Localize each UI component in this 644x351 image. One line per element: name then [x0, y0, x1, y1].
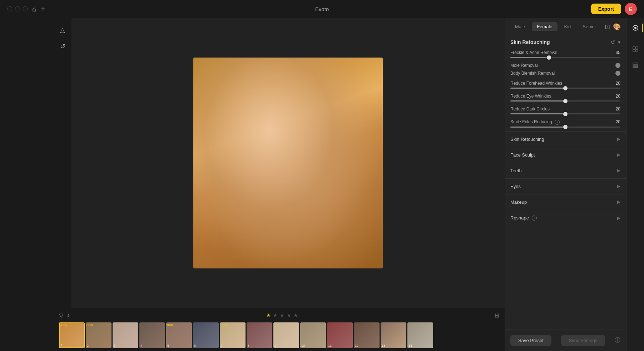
history-icon: ↺ — [60, 43, 65, 50]
add-button[interactable]: + — [41, 4, 45, 14]
tab-senior[interactable]: Senior — [578, 22, 601, 31]
forehead-wrinkles-label: Reduce Forehead Wrinkles — [510, 81, 562, 86]
thumbnail-4[interactable]: 4 — [139, 322, 165, 348]
reshape-section[interactable]: Reshape i ▶ — [505, 210, 626, 226]
tab-female[interactable]: Female — [532, 22, 557, 31]
smile-folds-info[interactable]: i — [555, 120, 560, 125]
eye-wrinkles-label-row: Reduce Eye Wrinkles 20 — [510, 94, 620, 99]
freckle-acne-track[interactable] — [510, 57, 620, 58]
avatar[interactable]: E — [625, 3, 637, 15]
thumbnail-3[interactable]: 3 — [113, 322, 138, 348]
star-1[interactable]: ★ — [266, 312, 271, 318]
filmstrip-thumbs: RAW 1 RAW 2 3 4 RAW 5 6 RAW 7 — [54, 322, 505, 348]
body-blemish-row: Body Blemish Removal — [505, 69, 626, 77]
forehead-wrinkles-track[interactable] — [510, 88, 620, 89]
thumb-raw-5: RAW — [167, 323, 174, 326]
reshape-header: Reshape i ▶ — [505, 210, 626, 226]
dark-circles-slider-row: Reduce Dark Circles 20 — [505, 105, 626, 118]
section-controls: ↺ ▾ — [611, 39, 620, 45]
smile-folds-track[interactable] — [510, 127, 620, 128]
filmstrip: ▽ ↕ ★ ★ ★ ★ ★ ⊞ RAW 1 RAW 2 3 4 — [54, 308, 505, 351]
bottom-info-icon[interactable]: ⓘ — [615, 337, 620, 344]
refresh-icon[interactable]: ↺ — [611, 39, 615, 45]
svg-point-1 — [634, 27, 636, 29]
layers-panel-icon[interactable] — [629, 59, 642, 71]
makeup-section[interactable]: Makeup ▶ — [505, 194, 626, 210]
thumb-num-12: 12 — [355, 344, 358, 347]
thumbnail-7[interactable]: RAW 7 — [220, 322, 246, 348]
gender-tabs-right: ⊡ 🎨 — [605, 23, 621, 31]
star-3[interactable]: ★ — [280, 312, 284, 318]
thumb-image-8 — [247, 322, 272, 348]
mole-removal-toggle[interactable] — [615, 63, 620, 68]
forehead-label-row: Reduce Forehead Wrinkles 20 — [510, 81, 620, 86]
tab-male[interactable]: Male — [510, 22, 530, 31]
eyes-section[interactable]: Eyes ▶ — [505, 178, 626, 194]
dark-circles-track[interactable] — [510, 113, 620, 114]
sync-settings-button[interactable]: Sync Settings — [561, 335, 605, 346]
export-button[interactable]: Export — [591, 4, 621, 14]
star-2[interactable]: ★ — [273, 312, 278, 318]
sort-icon[interactable]: ↕ — [67, 312, 70, 318]
filter-icon[interactable]: ▽ — [59, 312, 63, 319]
freckle-acne-value: 35 — [616, 50, 620, 55]
face-sculpt-section[interactable]: Face Sculpt ▶ — [505, 147, 626, 163]
thumbnail-14[interactable]: 14 — [407, 322, 433, 348]
teeth-label: Teeth — [510, 168, 522, 173]
thumbnail-1[interactable]: RAW 1 — [59, 322, 85, 348]
star-4[interactable]: ★ — [287, 312, 291, 318]
makeup-chevron: ▶ — [617, 199, 620, 204]
star-5[interactable]: ★ — [293, 312, 298, 318]
thumbnail-12[interactable]: 12 — [354, 322, 380, 348]
skin-tool-icon[interactable] — [629, 21, 642, 34]
smile-folds-slider-row: Smile Folds Reducing i 20 — [505, 118, 626, 131]
thumb-num-6: 6 — [194, 344, 196, 347]
grid-panel-icon[interactable] — [629, 43, 642, 56]
reshape-info-icon[interactable]: i — [532, 216, 537, 221]
thumbnail-6[interactable]: 6 — [193, 322, 219, 348]
thumb-num-11: 11 — [328, 344, 332, 347]
thumb-num-10: 10 — [301, 344, 305, 347]
skin-retouching-chevron: ▶ — [617, 137, 620, 142]
body-blemish-toggle[interactable] — [615, 71, 620, 76]
thumbnail-11[interactable]: 11 — [327, 322, 353, 348]
eyes-header: Eyes ▶ — [505, 179, 626, 194]
thumbnail-13[interactable]: 13 — [381, 322, 406, 348]
mole-removal-row: Mole Removal — [505, 61, 626, 69]
smile-folds-fill — [510, 127, 565, 128]
thumb-image-4 — [139, 322, 165, 348]
svg-rect-2 — [633, 47, 635, 49]
face-sculpt-header: Face Sculpt ▶ — [505, 147, 626, 163]
thumb-num-13: 13 — [382, 344, 385, 347]
eyes-chevron: ▶ — [617, 184, 620, 189]
history-tool[interactable]: ↺ — [56, 40, 69, 53]
expand-panel-icon[interactable]: ⊡ — [605, 23, 610, 31]
thumb-raw-2: RAW — [86, 323, 93, 326]
gender-tabs-left: Male Female Kid Senior — [510, 22, 601, 31]
skin-retouching-section[interactable]: Skin Retouching ▶ — [505, 131, 626, 147]
histogram-tool[interactable]: △ — [56, 23, 69, 37]
teeth-header: Teeth ▶ — [505, 163, 626, 178]
thumbnail-2[interactable]: RAW 2 — [86, 322, 112, 348]
maximize-button[interactable] — [23, 6, 28, 11]
thumbnail-9[interactable]: 9 — [273, 322, 299, 348]
reshape-chevron: ▶ — [617, 216, 620, 221]
save-preset-button[interactable]: Save Preset — [510, 335, 551, 346]
thumbnail-5[interactable]: RAW 5 — [166, 322, 192, 348]
minimize-button[interactable] — [15, 6, 20, 11]
eye-wrinkles-track[interactable] — [510, 100, 620, 102]
chevron-down-icon[interactable]: ▾ — [618, 39, 620, 45]
thumbnail-8[interactable]: 8 — [247, 322, 272, 348]
dark-circles-thumb — [563, 112, 568, 116]
teeth-section[interactable]: Teeth ▶ — [505, 163, 626, 178]
skin-retouching-header: Skin Retouching ↺ ▾ — [505, 34, 626, 49]
close-button[interactable] — [7, 6, 12, 11]
photo-content — [193, 58, 383, 268]
svg-rect-6 — [633, 63, 638, 64]
tab-kid[interactable]: Kid — [559, 22, 576, 31]
makeup-label: Makeup — [510, 199, 527, 205]
home-button[interactable]: ⌂ — [32, 5, 36, 13]
grid-view-icon[interactable]: ⊞ — [495, 312, 499, 319]
thumbnail-10[interactable]: 10 — [300, 322, 326, 348]
color-swatch-icon[interactable]: 🎨 — [613, 23, 621, 31]
